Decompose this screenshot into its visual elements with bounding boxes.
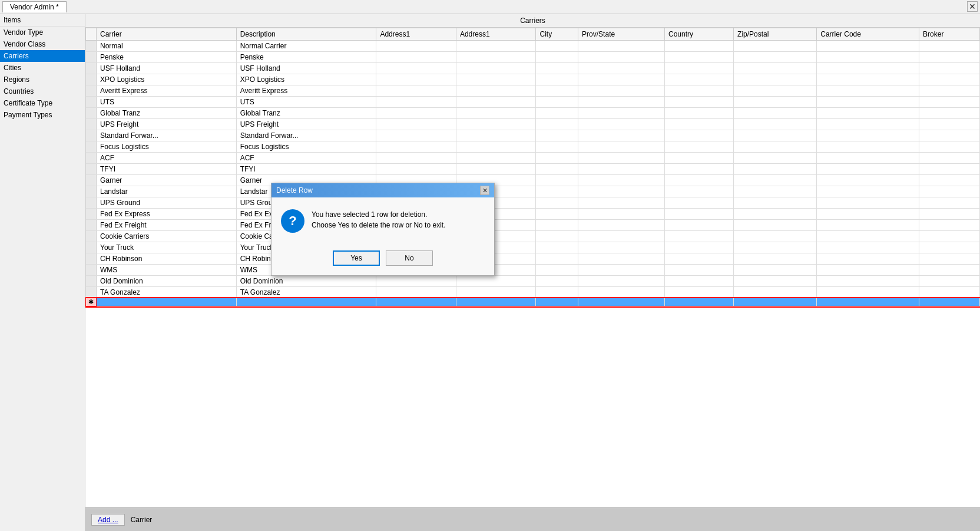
dialog-title: Delete Row <box>276 186 313 194</box>
dialog-body: ? You have selected 1 row for deletion. … <box>272 197 494 245</box>
dialog-message: You have selected 1 row for deletion. Ch… <box>312 209 445 230</box>
dialog-buttons: Yes No <box>272 245 494 275</box>
dialog-message-line2: Choose Yes to delete the row or No to ex… <box>312 220 445 230</box>
no-button[interactable]: No <box>386 250 433 266</box>
dialog-close-button[interactable]: ✕ <box>480 186 489 195</box>
dialog-message-line1: You have selected 1 row for deletion. <box>312 209 445 220</box>
dialog-titlebar: Delete Row ✕ <box>272 183 494 197</box>
delete-row-dialog: Delete Row ✕ ? You have selected 1 row f… <box>271 183 495 276</box>
dialog-overlay: Delete Row ✕ ? You have selected 1 row f… <box>0 0 980 531</box>
yes-button[interactable]: Yes <box>333 250 380 266</box>
dialog-icon: ? <box>281 209 304 233</box>
